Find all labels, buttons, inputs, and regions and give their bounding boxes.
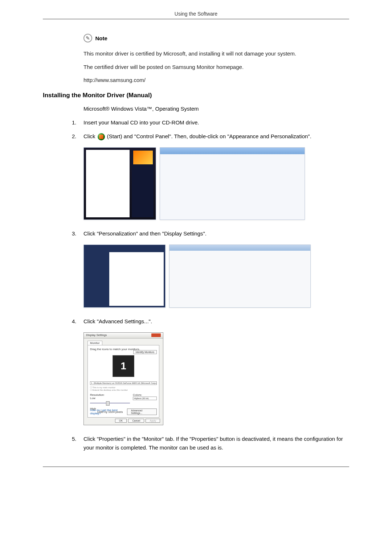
- step-5: 5. Click "Properties" in the "Monitor" t…: [72, 435, 349, 452]
- figure-personalization-left: [83, 245, 166, 308]
- resolution-label: Resolution:: [90, 393, 130, 397]
- figure-row-2: [83, 245, 349, 308]
- step-2: 2. Click (Start) and "Control Panel". Th…: [72, 132, 349, 141]
- step-3: 3. Click "Personalization" and then "Dis…: [72, 229, 349, 238]
- step-1-num: 1.: [72, 118, 83, 127]
- adapter-dropdown[interactable]: 1. (Multiple Monitors) on NVIDIA GeForce…: [90, 381, 157, 385]
- step-5-text: Click "Properties" in the "Monitor" tab.…: [83, 435, 349, 452]
- divider-bottom: [43, 467, 349, 467]
- steps-list: 1. Insert your Manual CD into your CD-RO…: [72, 118, 349, 141]
- step-1: 1. Insert your Manual CD into your CD-RO…: [72, 118, 349, 127]
- colors-dropdown[interactable]: Highest (32 bit): [133, 397, 157, 400]
- step-2-num: 2.: [72, 132, 83, 141]
- steps-list-3: 3. Click "Personalization" and then "Dis…: [72, 229, 349, 238]
- display-settings-dialog: Display Settings Monitor Drag the icons …: [83, 332, 163, 425]
- ok-button[interactable]: OK: [115, 419, 127, 423]
- dialog-title: Display Settings: [86, 333, 107, 337]
- monitor-preview[interactable]: 1: [113, 355, 134, 377]
- note-block: ✎ Note: [83, 34, 349, 42]
- step-3-text: Click "Personalization" and then "Displa…: [83, 229, 349, 238]
- figure-personalization-right: [169, 245, 311, 308]
- step-4-num: 4.: [72, 317, 83, 326]
- step-2-suffix: (Start) and "Control Panel". Then, doubl…: [107, 133, 311, 139]
- step-2-text: Click (Start) and "Control Panel". Then,…: [83, 132, 349, 141]
- slider-low: Low: [90, 397, 95, 400]
- note-icon: ✎: [83, 34, 92, 42]
- note-line-2: The certified driver will be posted on S…: [83, 63, 349, 71]
- step-5-num: 5.: [72, 435, 83, 452]
- figure-control-panel: [160, 147, 305, 220]
- drag-text: Drag the icons to match your monitors.: [90, 348, 140, 351]
- colors-label: Colors:: [133, 393, 157, 397]
- close-icon[interactable]: [151, 333, 161, 337]
- cancel-button[interactable]: Cancel: [128, 419, 144, 423]
- step-4-text: Click "Advanced Settings...".: [83, 317, 349, 326]
- divider-top: [43, 19, 349, 19]
- figure-row-3: Display Settings Monitor Drag the icons …: [83, 332, 349, 425]
- step-3-num: 3.: [72, 229, 83, 238]
- step-4: 4. Click "Advanced Settings...".: [72, 317, 349, 326]
- note-label: Note: [95, 35, 107, 41]
- apply-button[interactable]: Apply: [146, 419, 160, 423]
- checkbox-extend-desktop[interactable]: ☐ Extend the desktop onto this monitor: [90, 389, 157, 391]
- start-orb-icon: [98, 133, 105, 140]
- figure-row-1: [83, 147, 349, 220]
- note-url: http://www.samsung.com/: [83, 76, 349, 85]
- note-line-1: This monitor driver is certified by Micr…: [83, 50, 349, 58]
- step-1-text: Insert your Manual CD into your CD-ROM d…: [83, 118, 349, 127]
- checkbox-main-monitor[interactable]: ☐ This is my main monitor: [90, 386, 157, 389]
- dialog-titlebar: Display Settings: [84, 333, 163, 338]
- page-header: Using the Software: [43, 11, 349, 19]
- section-title: Installing the Monitor Driver (Manual): [43, 92, 349, 99]
- step-2-prefix: Click: [83, 133, 97, 139]
- steps-list-4: 4. Click "Advanced Settings...".: [72, 317, 349, 326]
- help-link[interactable]: How do I get the best display?: [90, 409, 126, 415]
- resolution-slider[interactable]: [90, 403, 130, 403]
- steps-list-5: 5. Click "Properties" in the "Monitor" t…: [72, 435, 349, 452]
- advanced-settings-button[interactable]: Advanced Settings...: [127, 409, 157, 415]
- figure-start-menu: [83, 147, 156, 220]
- os-line: Microsoft® Windows Vista™, Operating Sys…: [83, 106, 349, 112]
